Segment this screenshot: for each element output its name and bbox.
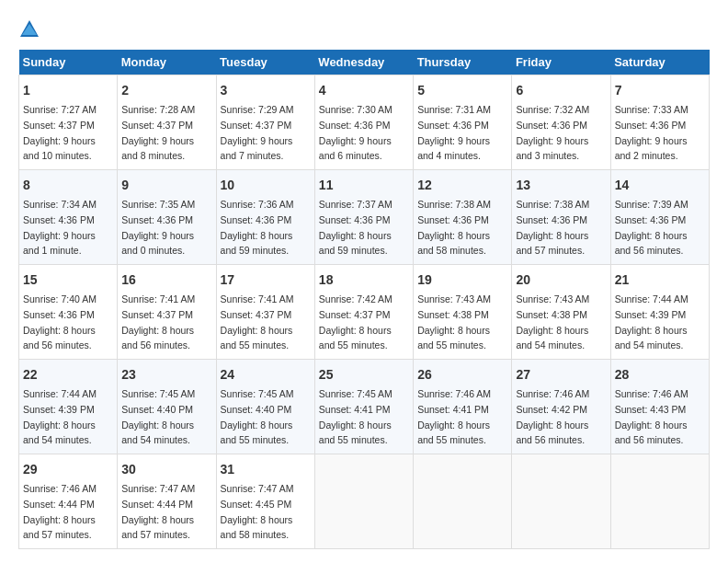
calendar-week-3: 22Sunrise: 7:44 AMSunset: 4:39 PMDayligh…	[19, 360, 710, 454]
day-detail: Sunrise: 7:44 AMSunset: 4:39 PMDaylight:…	[23, 388, 97, 445]
calendar-cell: 6Sunrise: 7:32 AMSunset: 4:36 PMDaylight…	[512, 75, 610, 170]
calendar-week-2: 15Sunrise: 7:40 AMSunset: 4:36 PMDayligh…	[19, 265, 710, 360]
day-detail: Sunrise: 7:37 AMSunset: 4:36 PMDaylight:…	[319, 199, 392, 256]
day-detail: Sunrise: 7:45 AMSunset: 4:41 PMDaylight:…	[319, 388, 392, 445]
day-number: 12	[417, 176, 507, 195]
calendar-cell: 29Sunrise: 7:46 AMSunset: 4:44 PMDayligh…	[19, 454, 118, 549]
calendar-table: SundayMondayTuesdayWednesdayThursdayFrid…	[18, 50, 710, 549]
calendar-week-1: 8Sunrise: 7:34 AMSunset: 4:36 PMDaylight…	[19, 170, 710, 265]
day-detail: Sunrise: 7:32 AMSunset: 4:36 PMDaylight:…	[516, 104, 589, 161]
calendar-cell	[314, 454, 413, 549]
calendar-cell: 18Sunrise: 7:42 AMSunset: 4:37 PMDayligh…	[314, 265, 413, 360]
calendar-cell: 15Sunrise: 7:40 AMSunset: 4:36 PMDayligh…	[19, 265, 118, 360]
day-number: 14	[615, 176, 705, 195]
calendar-cell: 7Sunrise: 7:33 AMSunset: 4:36 PMDaylight…	[610, 75, 709, 170]
day-number: 24	[221, 365, 311, 385]
calendar-cell: 26Sunrise: 7:46 AMSunset: 4:41 PMDayligh…	[414, 360, 512, 454]
calendar-cell: 4Sunrise: 7:30 AMSunset: 4:36 PMDaylight…	[314, 75, 413, 170]
weekday-header-saturday: Saturday	[610, 50, 709, 75]
calendar-cell: 17Sunrise: 7:41 AMSunset: 4:37 PMDayligh…	[216, 265, 314, 360]
day-number: 25	[319, 365, 409, 385]
day-number: 3	[221, 81, 311, 100]
calendar-cell: 1Sunrise: 7:27 AMSunset: 4:37 PMDaylight…	[19, 75, 118, 170]
day-number: 17	[221, 270, 311, 290]
calendar-cell: 14Sunrise: 7:39 AMSunset: 4:36 PMDayligh…	[610, 170, 709, 265]
day-number: 4	[319, 81, 409, 100]
day-detail: Sunrise: 7:31 AMSunset: 4:36 PMDaylight:…	[417, 104, 491, 161]
weekday-header-sunday: Sunday	[19, 50, 118, 75]
day-number: 15	[23, 270, 113, 290]
calendar-cell: 2Sunrise: 7:28 AMSunset: 4:37 PMDaylight…	[118, 75, 216, 170]
day-detail: Sunrise: 7:46 AMSunset: 4:41 PMDaylight:…	[417, 388, 491, 445]
weekday-header-monday: Monday	[118, 50, 216, 75]
day-detail: Sunrise: 7:46 AMSunset: 4:43 PMDaylight:…	[615, 388, 688, 445]
day-number: 29	[23, 460, 113, 479]
calendar-cell: 30Sunrise: 7:47 AMSunset: 4:44 PMDayligh…	[118, 454, 216, 549]
day-detail: Sunrise: 7:35 AMSunset: 4:36 PMDaylight:…	[121, 199, 195, 256]
day-number: 31	[221, 460, 311, 479]
day-detail: Sunrise: 7:41 AMSunset: 4:37 PMDaylight:…	[121, 293, 195, 350]
calendar-cell: 25Sunrise: 7:45 AMSunset: 4:41 PMDayligh…	[314, 360, 413, 454]
day-detail: Sunrise: 7:30 AMSunset: 4:36 PMDaylight:…	[319, 104, 392, 161]
calendar-cell: 10Sunrise: 7:36 AMSunset: 4:36 PMDayligh…	[216, 170, 314, 265]
day-number: 16	[121, 270, 211, 290]
calendar-cell: 23Sunrise: 7:45 AMSunset: 4:40 PMDayligh…	[118, 360, 216, 454]
day-number: 5	[417, 81, 507, 100]
calendar-cell	[512, 454, 610, 549]
calendar-cell: 11Sunrise: 7:37 AMSunset: 4:36 PMDayligh…	[314, 170, 413, 265]
calendar-cell: 9Sunrise: 7:35 AMSunset: 4:36 PMDaylight…	[118, 170, 216, 265]
calendar-cell: 5Sunrise: 7:31 AMSunset: 4:36 PMDaylight…	[414, 75, 512, 170]
day-number: 6	[516, 81, 606, 100]
day-number: 2	[121, 81, 211, 100]
calendar-cell: 28Sunrise: 7:46 AMSunset: 4:43 PMDayligh…	[610, 360, 709, 454]
calendar-cell: 8Sunrise: 7:34 AMSunset: 4:36 PMDaylight…	[19, 170, 118, 265]
day-detail: Sunrise: 7:41 AMSunset: 4:37 PMDaylight:…	[221, 293, 294, 350]
day-detail: Sunrise: 7:46 AMSunset: 4:44 PMDaylight:…	[23, 483, 97, 540]
calendar-week-0: 1Sunrise: 7:27 AMSunset: 4:37 PMDaylight…	[19, 75, 710, 170]
day-number: 28	[615, 365, 705, 385]
day-detail: Sunrise: 7:43 AMSunset: 4:38 PMDaylight:…	[417, 293, 491, 350]
day-number: 30	[121, 460, 211, 479]
calendar-cell: 20Sunrise: 7:43 AMSunset: 4:38 PMDayligh…	[512, 265, 610, 360]
svg-marker-1	[22, 24, 37, 35]
day-detail: Sunrise: 7:38 AMSunset: 4:36 PMDaylight:…	[516, 199, 589, 256]
header	[18, 18, 710, 40]
day-detail: Sunrise: 7:45 AMSunset: 4:40 PMDaylight:…	[121, 388, 195, 445]
calendar-cell: 27Sunrise: 7:46 AMSunset: 4:42 PMDayligh…	[512, 360, 610, 454]
calendar-cell: 22Sunrise: 7:44 AMSunset: 4:39 PMDayligh…	[19, 360, 118, 454]
day-number: 10	[221, 176, 311, 195]
calendar-cell	[414, 454, 512, 549]
day-number: 7	[615, 81, 705, 100]
day-detail: Sunrise: 7:43 AMSunset: 4:38 PMDaylight:…	[516, 293, 589, 350]
calendar-cell: 13Sunrise: 7:38 AMSunset: 4:36 PMDayligh…	[512, 170, 610, 265]
day-number: 13	[516, 176, 606, 195]
day-detail: Sunrise: 7:33 AMSunset: 4:36 PMDaylight:…	[615, 104, 688, 161]
day-number: 23	[121, 365, 211, 385]
day-number: 11	[319, 176, 409, 195]
day-detail: Sunrise: 7:39 AMSunset: 4:36 PMDaylight:…	[615, 199, 688, 256]
weekday-header-friday: Friday	[512, 50, 610, 75]
logo-icon	[18, 18, 40, 40]
day-number: 18	[319, 270, 409, 290]
day-number: 20	[516, 270, 606, 290]
day-detail: Sunrise: 7:38 AMSunset: 4:36 PMDaylight:…	[417, 199, 491, 256]
day-number: 27	[516, 365, 606, 385]
day-detail: Sunrise: 7:27 AMSunset: 4:37 PMDaylight:…	[23, 104, 97, 161]
weekday-header-wednesday: Wednesday	[314, 50, 413, 75]
day-number: 1	[23, 81, 113, 100]
day-detail: Sunrise: 7:28 AMSunset: 4:37 PMDaylight:…	[121, 104, 195, 161]
calendar-cell: 21Sunrise: 7:44 AMSunset: 4:39 PMDayligh…	[610, 265, 709, 360]
day-detail: Sunrise: 7:47 AMSunset: 4:45 PMDaylight:…	[221, 483, 294, 540]
day-detail: Sunrise: 7:45 AMSunset: 4:40 PMDaylight:…	[221, 388, 294, 445]
day-detail: Sunrise: 7:47 AMSunset: 4:44 PMDaylight:…	[121, 483, 195, 540]
calendar-cell: 12Sunrise: 7:38 AMSunset: 4:36 PMDayligh…	[414, 170, 512, 265]
day-number: 19	[417, 270, 507, 290]
day-detail: Sunrise: 7:40 AMSunset: 4:36 PMDaylight:…	[23, 293, 97, 350]
calendar-week-4: 29Sunrise: 7:46 AMSunset: 4:44 PMDayligh…	[19, 454, 710, 549]
calendar-cell: 24Sunrise: 7:45 AMSunset: 4:40 PMDayligh…	[216, 360, 314, 454]
calendar-cell: 31Sunrise: 7:47 AMSunset: 4:45 PMDayligh…	[216, 454, 314, 549]
logo	[18, 18, 44, 40]
day-detail: Sunrise: 7:46 AMSunset: 4:42 PMDaylight:…	[516, 388, 589, 445]
day-detail: Sunrise: 7:34 AMSunset: 4:36 PMDaylight:…	[23, 199, 97, 256]
day-number: 26	[417, 365, 507, 385]
